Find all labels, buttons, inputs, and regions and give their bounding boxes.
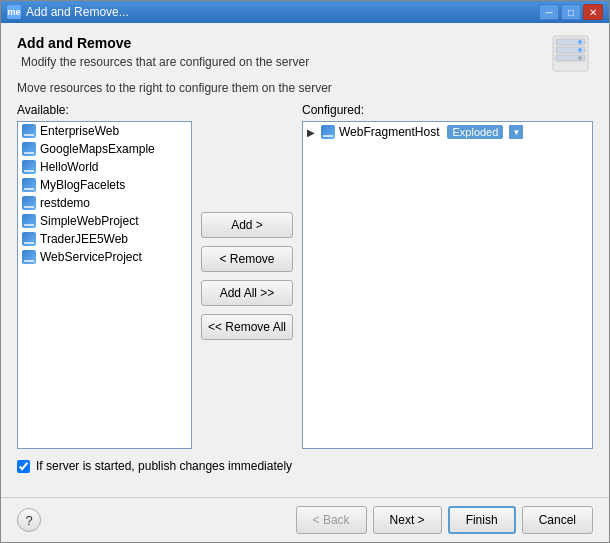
header: Add and Remove Modify the resources that… <box>17 35 593 81</box>
list-item[interactable]: SimpleWebProject <box>18 212 191 230</box>
dropdown-arrow-icon[interactable]: ▼ <box>509 125 523 139</box>
footer-buttons: < Back Next > Finish Cancel <box>296 506 593 534</box>
web-project-icon <box>22 214 36 228</box>
available-list: EnterpriseWeb GoogleMapsExample HelloWor… <box>17 121 192 449</box>
web-project-icon <box>22 232 36 246</box>
configured-item[interactable]: ▶ WebFragmentHost Exploded ▼ <box>303 122 592 142</box>
exploded-badge: Exploded <box>447 125 503 139</box>
cancel-button[interactable]: Cancel <box>522 506 593 534</box>
next-button[interactable]: Next > <box>373 506 442 534</box>
publish-checkbox-row: If server is started, publish changes im… <box>17 459 593 473</box>
list-item[interactable]: restdemo <box>18 194 191 212</box>
close-button[interactable]: ✕ <box>583 4 603 20</box>
publish-checkbox[interactable] <box>17 460 30 473</box>
list-item[interactable]: GoogleMapsExample <box>18 140 191 158</box>
header-text: Add and Remove Modify the resources that… <box>17 35 548 81</box>
help-button[interactable]: ? <box>17 508 41 532</box>
web-project-icon <box>22 160 36 174</box>
maximize-button[interactable]: □ <box>561 4 581 20</box>
app-icon: me <box>7 5 21 19</box>
list-item[interactable]: WebServiceProject <box>18 248 191 266</box>
list-item[interactable]: TraderJEE5Web <box>18 230 191 248</box>
action-buttons: Add > < Remove Add All >> << Remove All <box>192 103 302 449</box>
available-label: Available: <box>17 103 192 117</box>
list-item[interactable]: HelloWorld <box>18 158 191 176</box>
web-project-icon <box>22 196 36 210</box>
configured-list: ▶ WebFragmentHost Exploded ▼ <box>302 121 593 449</box>
svg-point-4 <box>578 40 582 44</box>
finish-button[interactable]: Finish <box>448 506 516 534</box>
web-project-icon <box>22 178 36 192</box>
dialog-content: Add and Remove Modify the resources that… <box>1 23 609 497</box>
remove-button[interactable]: < Remove <box>201 246 293 272</box>
svg-point-5 <box>578 48 582 52</box>
configured-section: Configured: ▶ WebFragmentHost Exploded ▼ <box>302 103 593 449</box>
available-section: Available: EnterpriseWeb GoogleMapsExamp… <box>17 103 192 449</box>
instruction-text: Move resources to the right to configure… <box>17 81 593 95</box>
expand-arrow-icon: ▶ <box>307 127 315 138</box>
page-title: Add and Remove <box>17 35 548 51</box>
footer-left: ? <box>17 508 41 532</box>
add-button[interactable]: Add > <box>201 212 293 238</box>
configured-label: Configured: <box>302 103 593 117</box>
title-bar: me Add and Remove... ─ □ ✕ <box>1 1 609 23</box>
dialog-window: me Add and Remove... ─ □ ✕ Add and Remov… <box>0 0 610 543</box>
configured-item-name: WebFragmentHost <box>339 125 439 139</box>
svg-point-6 <box>578 56 582 60</box>
list-item[interactable]: MyBlogFacelets <box>18 176 191 194</box>
title-bar-text: Add and Remove... <box>26 5 539 19</box>
add-all-button[interactable]: Add All >> <box>201 280 293 306</box>
web-project-icon <box>22 250 36 264</box>
minimize-button[interactable]: ─ <box>539 4 559 20</box>
dialog-footer: ? < Back Next > Finish Cancel <box>1 497 609 542</box>
window-controls: ─ □ ✕ <box>539 4 603 20</box>
back-button[interactable]: < Back <box>296 506 367 534</box>
web-project-icon <box>22 124 36 138</box>
list-item[interactable]: EnterpriseWeb <box>18 122 191 140</box>
publish-checkbox-label[interactable]: If server is started, publish changes im… <box>36 459 292 473</box>
web-project-icon <box>22 142 36 156</box>
remove-all-button[interactable]: << Remove All <box>201 314 293 340</box>
web-project-icon <box>321 125 335 139</box>
panels-area: Available: EnterpriseWeb GoogleMapsExamp… <box>17 103 593 449</box>
server-icon <box>548 31 593 76</box>
page-subtitle: Modify the resources that are configured… <box>17 55 548 69</box>
